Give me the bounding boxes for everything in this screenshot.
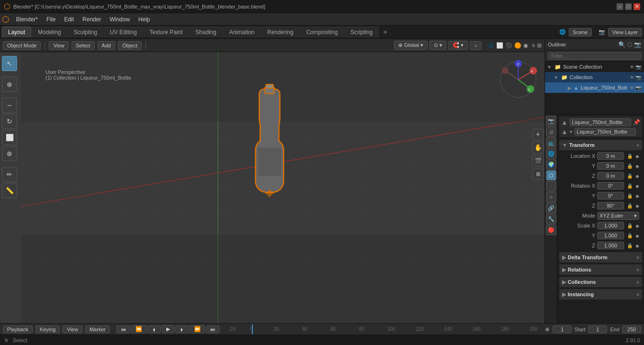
select-menu-button[interactable]: Select (72, 41, 95, 50)
props-tab-object[interactable]: ⬡ (546, 170, 556, 181)
viewport-rendered-icon[interactable]: ◉ (523, 42, 528, 49)
playback-button[interactable]: Playback (3, 326, 33, 333)
props-object-name-field[interactable]: Liqueur_750ml_Bottle (570, 118, 631, 126)
scene-collection-render-icon[interactable]: 📷 (635, 64, 641, 70)
scale-z-field[interactable]: 1.000 (597, 242, 624, 249)
object-menu-button[interactable]: Object (118, 41, 142, 50)
menu-window[interactable]: Window (106, 15, 134, 24)
view-menu-button[interactable]: View (49, 41, 69, 50)
keying-button[interactable]: Keying (36, 326, 60, 333)
proportional-edit-button[interactable]: ○ (470, 41, 482, 50)
collection-render-icon[interactable]: 📷 (635, 75, 641, 80)
rotation-y-keyframe[interactable]: ◆ (635, 193, 639, 199)
view-button[interactable]: View (63, 326, 82, 333)
overlay-toggle[interactable]: ≡ (532, 42, 535, 49)
snap-button[interactable]: 🧲 ▾ (448, 41, 468, 50)
close-button[interactable]: ✕ (634, 3, 640, 10)
tab-sculpting[interactable]: Sculpting (68, 27, 103, 37)
tab-scripting[interactable]: Scripting (344, 27, 379, 37)
scale-z-lock[interactable]: 🔒 (626, 243, 634, 248)
rotation-z-keyframe[interactable]: ◆ (635, 203, 639, 209)
tab-rendering[interactable]: Rendering (261, 27, 299, 37)
current-frame-input[interactable] (553, 326, 572, 333)
props-tab-particles[interactable]: · (546, 181, 556, 191)
bottle-render-icon[interactable]: 📷 (635, 85, 641, 91)
delta-options-icon[interactable]: ≡ (636, 255, 639, 260)
viewport-render-icon[interactable]: 🟠 (514, 42, 521, 49)
scene-collection-arrow[interactable]: ▼ (547, 64, 553, 70)
start-frame-input[interactable] (588, 326, 607, 333)
delta-transform-header[interactable]: ▶ Delta Transform ≡ (559, 252, 642, 263)
location-x-lock[interactable]: 🔒 (626, 154, 634, 159)
viewport-wire-icon[interactable]: ⬜ (496, 42, 503, 49)
scale-tool-button[interactable]: ⬜ (2, 130, 17, 145)
tab-animation[interactable]: Animation (223, 27, 260, 37)
props-tab-output[interactable]: 🖨 (546, 127, 556, 137)
rotation-x-lock[interactable]: 🔒 (626, 183, 634, 189)
props-tab-modifier[interactable]: 🔧 (546, 214, 556, 224)
object-mode-button[interactable]: Object Mode (3, 41, 41, 50)
tab-shading[interactable]: Shading (189, 27, 223, 37)
tab-texture-paint[interactable]: Texture Paint (143, 27, 189, 37)
location-x-field[interactable]: 0 m (597, 152, 624, 160)
props-mesh-name-field[interactable]: Liqueur_750ml_Bottle (574, 128, 636, 136)
props-tab-material[interactable]: 🔴 (546, 225, 556, 235)
collections-header[interactable]: ▶ Collections ≡ (559, 277, 642, 287)
transform-tool-button[interactable]: ⊕ (2, 146, 17, 161)
transport-prev[interactable]: ⏴ (147, 326, 161, 333)
location-z-field[interactable]: 0 m (597, 172, 624, 180)
tab-layout[interactable]: Layout (2, 27, 31, 37)
maximize-button[interactable]: □ (625, 3, 632, 10)
measure-tool-button[interactable]: 📏 (2, 183, 17, 198)
location-y-lock[interactable]: 🔒 (626, 163, 634, 169)
props-tab-render[interactable]: 📷 (546, 116, 556, 126)
tab-uv-editing[interactable]: UV Editing (104, 27, 143, 37)
outliner-expand-icon[interactable]: ⬡ (627, 41, 632, 48)
rotate-tool-button[interactable]: ↻ (2, 114, 17, 129)
scale-y-keyframe[interactable]: ◆ (635, 233, 639, 238)
collections-options-icon[interactable]: ≡ (636, 280, 639, 285)
scale-y-field[interactable]: 1.000 (597, 232, 624, 239)
location-y-keyframe[interactable]: ◆ (635, 163, 639, 169)
xray-toggle[interactable]: ⊞ (537, 42, 542, 49)
transform-button[interactable]: ⊕ Global ▾ (394, 41, 428, 50)
props-tab-scene[interactable]: 🌐 (546, 148, 556, 159)
outliner-item-collection[interactable]: ▼ 📁 Collection 👁 📷 (545, 72, 644, 82)
location-z-keyframe[interactable]: ◆ (635, 173, 639, 179)
tab-compositing[interactable]: Compositing (300, 27, 344, 37)
transport-end[interactable]: ⏭ (206, 326, 220, 333)
props-tab-world[interactable]: 🌍 (546, 159, 556, 170)
scale-z-keyframe[interactable]: ◆ (635, 243, 639, 248)
rotation-y-field[interactable]: 0° (597, 192, 624, 200)
scene-selector[interactable]: Scene (569, 28, 592, 36)
props-mesh-dropdown-arrow[interactable]: ▾ (570, 129, 572, 135)
move-tool-button[interactable]: ↔ (2, 98, 17, 113)
props-tab-constraints[interactable]: 🔗 (546, 203, 556, 213)
rotation-x-keyframe[interactable]: ◆ (635, 183, 639, 189)
collection-arrow[interactable]: ▼ (554, 75, 559, 80)
marker-button[interactable]: Marker (85, 326, 110, 333)
timeline-area[interactable]: -20 0 20 40 60 80 100 120 140 160 180 20… (226, 324, 538, 335)
props-pin-icon[interactable]: 📌 (633, 119, 640, 126)
transport-start[interactable]: ⏮ (116, 326, 130, 333)
add-workspace-button[interactable]: + (379, 27, 391, 37)
viewlayer-selector[interactable]: View Layer (608, 28, 642, 36)
menu-edit[interactable]: Edit (60, 15, 78, 24)
transport-next[interactable]: ⏵ (175, 326, 189, 333)
minimize-button[interactable]: – (617, 3, 623, 10)
viewport-shading-icon[interactable]: 🌑 (487, 42, 494, 49)
rotation-y-lock[interactable]: 🔒 (626, 193, 634, 199)
outliner-item-bottle[interactable]: ▶ ▶ ▲ Liqueur_750ml_Bott 👁 📷 (545, 82, 644, 93)
props-tab-view-layer[interactable]: 📺 (546, 137, 556, 148)
transport-play[interactable]: ▶ (162, 325, 174, 333)
menu-file[interactable]: File (43, 15, 59, 24)
outliner-search-input[interactable] (548, 52, 641, 60)
annotate-tool-button[interactable]: ✏ (2, 167, 17, 182)
scale-y-lock[interactable]: 🔒 (626, 233, 634, 238)
bottle-eye-icon[interactable]: 👁 (630, 85, 635, 91)
transform-options-icon[interactable]: ≡ (636, 143, 639, 148)
transform-section-header[interactable]: ▼ Transform ≡ (559, 140, 642, 150)
outliner-item-scene-collection[interactable]: ▼ 📁 Scene Collection 👁 📷 (545, 62, 644, 72)
relations-header[interactable]: ▶ Relations ≡ (559, 264, 642, 275)
transport-prev-keyframe[interactable]: ⏪ (131, 325, 146, 333)
